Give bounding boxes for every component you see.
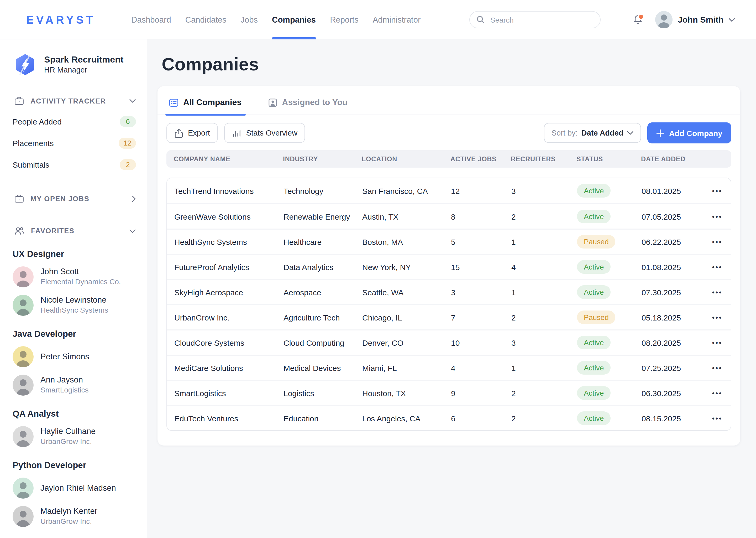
avatar <box>13 506 34 527</box>
table-row-futureproof-analytics[interactable]: FutureProof AnalyticsData AnalyticsNew Y… <box>167 254 731 279</box>
person-company: UrbanGrow Inc. <box>40 517 97 527</box>
row-actions-button[interactable]: ••• <box>712 187 731 195</box>
notifications-button[interactable] <box>632 14 645 26</box>
nav-item-administrator[interactable]: Administrator <box>373 0 421 39</box>
activity-item-submittals[interactable]: Submittals2 <box>13 159 136 170</box>
cell-active-jobs: 6 <box>451 414 511 423</box>
tab-assigned-to-you[interactable]: Assigned to You <box>264 97 352 115</box>
row-actions-button[interactable]: ••• <box>712 364 731 372</box>
table-row-healthsync-systems[interactable]: HealthSync SystemsHealthcareBoston, MA51… <box>167 229 731 254</box>
nav-item-dashboard[interactable]: Dashboard <box>131 0 171 39</box>
user-menu[interactable]: John Smith <box>655 11 735 28</box>
favorite-person-haylie-culhane[interactable]: Haylie CulhaneUrbanGrow Inc. <box>13 426 148 447</box>
row-actions-button[interactable]: ••• <box>712 263 731 271</box>
table-row-medicare-solutions[interactable]: MediCare SolutionsMedical DevicesMiami, … <box>167 355 731 380</box>
favorites-role-title: QA Analyst <box>13 409 148 419</box>
cell-active-jobs: 10 <box>451 338 511 347</box>
table-row-cloudcore-systems[interactable]: CloudCore SystemsCloud ComputingDenver, … <box>167 329 731 355</box>
favorite-person-nicole-lewinstone[interactable]: Nicole LewinstoneHealthSync Systems <box>13 295 148 316</box>
favorites-label: FAVORITES <box>31 227 74 235</box>
export-button[interactable]: Export <box>166 123 218 143</box>
sort-dropdown[interactable]: Sort by: Date Added <box>544 123 641 143</box>
row-actions-button[interactable]: ••• <box>712 288 731 296</box>
org-block: Spark Recruitment HR Manager <box>14 53 148 77</box>
row-actions-button[interactable]: ••• <box>712 238 731 245</box>
cell-industry: Renewable Energy <box>283 212 362 221</box>
status-badge: Active <box>577 285 611 299</box>
chevron-down-icon <box>129 99 136 103</box>
table-row-greenwave-solutions[interactable]: GreenWave SolutionsRenewable EnergyAusti… <box>167 203 731 229</box>
status-badge: Paused <box>577 235 616 248</box>
table-row-techtrend-innovations[interactable]: TechTrend InnovationsTechnologySan Franc… <box>167 178 731 203</box>
search-input[interactable] <box>489 15 591 25</box>
tab-all-companies[interactable]: All Companies <box>165 97 246 115</box>
my-open-jobs-label: MY OPEN JOBS <box>30 195 89 202</box>
nav-item-jobs[interactable]: Jobs <box>241 0 258 39</box>
search-box[interactable] <box>469 11 601 28</box>
status-badge: Paused <box>577 310 616 324</box>
cell-recruiters: 1 <box>511 237 577 246</box>
count-badge: 2 <box>120 159 136 170</box>
status-badge: Active <box>577 260 611 274</box>
row-actions-button[interactable]: ••• <box>712 339 731 347</box>
avatar <box>13 375 34 396</box>
add-company-button[interactable]: Add Company <box>647 123 731 143</box>
column-header-company-name[interactable]: COMPANY NAME <box>174 155 283 163</box>
person-text: Ann JaysonSmartLogistics <box>40 375 89 395</box>
activity-list: People Added6Placements12Submittals2 <box>0 116 148 170</box>
column-header-industry[interactable]: INDUSTRY <box>283 155 362 163</box>
favorite-person-john-scott[interactable]: John ScottElemental Dynamics Co. <box>13 266 148 288</box>
row-actions-button[interactable]: ••• <box>712 414 731 422</box>
table-row-skyhigh-aerospace[interactable]: SkyHigh AerospaceAerospaceSeattle, WA31A… <box>167 279 731 304</box>
activity-item-placements[interactable]: Placements12 <box>13 138 136 149</box>
table-row-edutech-ventures[interactable]: EduTech VenturesEducationLos Angeles, CA… <box>167 405 731 430</box>
row-actions-button[interactable]: ••• <box>712 213 731 220</box>
column-header-location[interactable]: LOCATION <box>362 155 450 163</box>
cell-location: Seattle, WA <box>362 288 451 296</box>
table-body: TechTrend InnovationsTechnologySan Franc… <box>166 178 731 431</box>
favorite-person-peter-simons[interactable]: Peter Simons <box>13 346 148 367</box>
count-badge: 6 <box>120 116 136 127</box>
column-header-status[interactable]: STATUS <box>577 155 641 163</box>
cell-active-jobs: 5 <box>451 237 511 246</box>
main-nav: DashboardCandidatesJobsCompaniesReportsA… <box>131 0 420 39</box>
column-header-active-jobs[interactable]: ACTIVE JOBS <box>450 155 511 163</box>
column-header-recruiters[interactable]: RECRUITERS <box>511 155 577 163</box>
column-header-date-added[interactable]: DATE ADDED <box>641 155 704 163</box>
cell-location: Chicago, IL <box>362 313 451 322</box>
person-name: Haylie Culhane <box>40 426 96 437</box>
favorite-person-jaylon-rhiel-madsen[interactable]: Jaylon Rhiel Madsen <box>13 478 148 499</box>
cell-date-added: 08.20.2025 <box>641 338 705 347</box>
cell-date-added: 05.18.2025 <box>641 313 705 322</box>
nav-item-candidates[interactable]: Candidates <box>185 0 226 39</box>
cell-recruiters: 4 <box>511 262 577 271</box>
favorites-role-title: Python Developer <box>13 460 148 470</box>
person-name: Peter Simons <box>40 351 89 362</box>
cell-location: Austin, TX <box>362 212 451 221</box>
sidebar: Spark Recruitment HR Manager ACTIVITY TR… <box>0 39 148 538</box>
stats-overview-button[interactable]: Stats Overview <box>224 123 305 143</box>
row-actions-button[interactable]: ••• <box>712 313 731 321</box>
top-header: EVARYST DashboardCandidatesJobsCompanies… <box>0 0 756 39</box>
section-my-open-jobs[interactable]: MY OPEN JOBS <box>14 194 136 203</box>
person-text: John ScottElemental Dynamics Co. <box>40 266 121 287</box>
status-badge: Active <box>577 184 611 197</box>
person-company: HealthSync Systems <box>40 305 108 316</box>
person-name: Madelyn Kenter <box>40 506 97 516</box>
nav-item-companies[interactable]: Companies <box>272 0 316 39</box>
row-actions-button[interactable]: ••• <box>712 389 731 397</box>
favorite-person-madelyn-kenter[interactable]: Madelyn KenterUrbanGrow Inc. <box>13 506 148 527</box>
brand-logo[interactable]: EVARYST <box>26 14 96 26</box>
favorite-person-ann-jayson[interactable]: Ann JaysonSmartLogistics <box>13 375 148 396</box>
activity-item-people-added[interactable]: People Added6 <box>13 116 136 127</box>
activity-item-label: Placements <box>13 139 54 148</box>
table-row-urbangrow-inc[interactable]: UrbanGrow Inc.Agriculture TechChicago, I… <box>167 304 731 329</box>
list-icon <box>169 98 178 107</box>
person-name: John Scott <box>40 266 121 277</box>
nav-item-reports[interactable]: Reports <box>330 0 358 39</box>
section-favorites[interactable]: FAVORITES <box>14 226 136 236</box>
chevron-down-icon <box>729 18 735 22</box>
section-activity-tracker[interactable]: ACTIVITY TRACKER <box>14 96 136 106</box>
cell-recruiters: 2 <box>511 313 577 322</box>
table-row-smartlogistics[interactable]: SmartLogisticsLogisticsHouston, TX92Acti… <box>167 380 731 405</box>
